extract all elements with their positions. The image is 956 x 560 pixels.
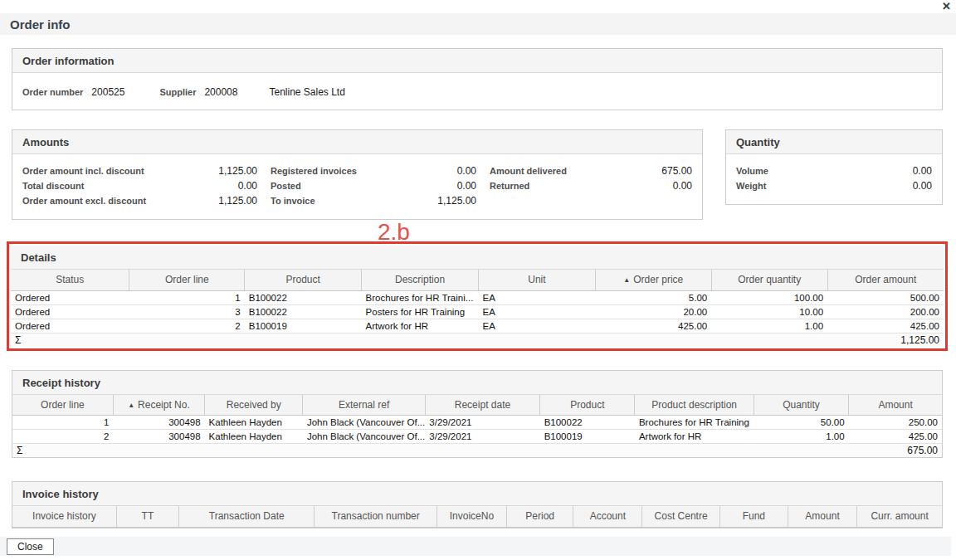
column-header-period[interactable]: Period bbox=[507, 506, 573, 527]
table-row[interactable]: 1300498Kathleen HaydenJohn Black (Vancou… bbox=[12, 416, 942, 430]
column-header-label: Order line bbox=[165, 274, 209, 285]
dialog-title: Order info bbox=[10, 17, 71, 32]
dialog-titlebar: Order info bbox=[0, 13, 956, 35]
field-label: Weight bbox=[736, 178, 766, 193]
table-cell: 425.00 bbox=[827, 319, 944, 333]
column-header-tt[interactable]: TT bbox=[116, 506, 178, 527]
table-cell: 3 bbox=[129, 304, 245, 319]
column-header-fund[interactable]: Fund bbox=[719, 506, 788, 527]
field-value: 1,125.00 bbox=[218, 193, 257, 208]
table-cell: John Black (Vancouver Of... bbox=[303, 416, 425, 430]
sum-total-value: 675.00 bbox=[849, 444, 942, 458]
table-cell: 425.00 bbox=[595, 319, 711, 333]
table-cell: B100022 bbox=[540, 416, 635, 430]
invoice-history-header: Invoice history bbox=[12, 482, 942, 506]
sum-row: Σ1,125.00 bbox=[11, 333, 944, 347]
column-header-quantity[interactable]: Quantity bbox=[754, 395, 848, 416]
column-header-label: Receipt No. bbox=[138, 399, 190, 411]
column-header-cost-centre[interactable]: Cost Centre bbox=[642, 506, 719, 527]
field-label: Registered invoices bbox=[271, 163, 357, 178]
order-number-label: Order number bbox=[22, 87, 83, 97]
supplier-name-value: Tenline Sales Ltd bbox=[269, 86, 344, 98]
field-value: 0.00 bbox=[913, 163, 932, 178]
column-header-order-amount[interactable]: Order amount bbox=[827, 270, 944, 290]
supplier-code-value: 200008 bbox=[204, 86, 237, 98]
table-cell: Ordered bbox=[11, 290, 129, 304]
field-label: Order amount excl. discount bbox=[22, 193, 146, 208]
table-cell: 300498 bbox=[113, 430, 204, 444]
column-header-label: Product bbox=[570, 399, 604, 411]
close-button[interactable]: Close bbox=[7, 538, 54, 555]
details-table: StatusOrder lineProductDescriptionUnit▲O… bbox=[11, 270, 944, 347]
column-header-invoice-history[interactable]: Invoice history bbox=[12, 506, 116, 527]
column-header-product[interactable]: Product bbox=[245, 270, 362, 290]
column-header-label: Receipt date bbox=[455, 399, 510, 411]
column-header-account[interactable]: Account bbox=[573, 506, 642, 527]
table-row[interactable]: 2300498Kathleen HaydenJohn Black (Vancou… bbox=[12, 430, 942, 444]
sum-symbol: Σ bbox=[12, 444, 113, 458]
column-header-received-by[interactable]: Received by bbox=[205, 395, 303, 416]
column-header-status[interactable]: Status bbox=[11, 270, 129, 290]
table-cell: 1.00 bbox=[754, 430, 848, 444]
column-header-description[interactable]: Description bbox=[362, 270, 479, 290]
column-header-unit[interactable]: Unit bbox=[478, 270, 595, 290]
field-label: Returned bbox=[490, 178, 529, 193]
column-header-amount[interactable]: Amount bbox=[788, 506, 856, 527]
receipt-history-header: Receipt history bbox=[12, 371, 942, 395]
field-value: 0.00 bbox=[238, 178, 257, 193]
sort-ascending-icon: ▲ bbox=[128, 402, 134, 409]
table-row[interactable]: Ordered2B100019Artwork for HREA425.001.0… bbox=[11, 319, 944, 333]
dialog-footer: Close bbox=[0, 537, 951, 556]
table-cell: Brochures for HR Training bbox=[635, 416, 754, 430]
amounts-panel: Amounts Order amount incl. discount1,125… bbox=[12, 129, 703, 220]
table-cell: 500.00 bbox=[827, 290, 944, 304]
column-header-label: TT bbox=[142, 510, 154, 522]
table-cell: 425.00 bbox=[849, 430, 942, 444]
table-cell: 1.00 bbox=[711, 319, 827, 333]
column-header-receipt-no-[interactable]: ▲Receipt No. bbox=[113, 395, 204, 416]
column-header-receipt-date[interactable]: Receipt date bbox=[425, 395, 539, 416]
column-header-label: Invoice history bbox=[32, 510, 96, 522]
column-header-label: Quantity bbox=[783, 399, 820, 411]
amounts-body: Order amount incl. discount1,125.00 Tota… bbox=[12, 154, 702, 219]
red-annotation-text: 2.b bbox=[378, 219, 410, 246]
column-header-label: Transaction number bbox=[332, 510, 420, 522]
details-panel: Details StatusOrder lineProductDescripti… bbox=[11, 246, 944, 347]
red-highlight-box: Details StatusOrder lineProductDescripti… bbox=[7, 241, 948, 351]
column-header-curr-amount[interactable]: Curr. amount bbox=[857, 506, 942, 527]
column-header-label: Amount bbox=[878, 399, 912, 411]
table-cell: B100019 bbox=[245, 319, 362, 333]
table-cell: 200.00 bbox=[827, 304, 944, 319]
table-row[interactable]: Ordered3B100022Posters for HR TrainingEA… bbox=[11, 304, 944, 319]
field-value: 0.00 bbox=[913, 178, 932, 193]
table-cell: B100022 bbox=[245, 290, 362, 304]
column-header-label: Amount bbox=[805, 510, 839, 522]
column-header-order-line[interactable]: Order line bbox=[129, 270, 245, 290]
column-header-label: Received by bbox=[227, 399, 281, 411]
column-header-order-price[interactable]: ▲Order price bbox=[595, 270, 711, 290]
column-header-product[interactable]: Product bbox=[540, 395, 635, 416]
table-cell: John Black (Vancouver Of... bbox=[303, 430, 425, 444]
column-header-invoiceno[interactable]: InvoiceNo bbox=[437, 506, 506, 527]
table-cell: Artwork for HR bbox=[635, 430, 754, 444]
sum-spacer bbox=[129, 333, 827, 347]
column-header-transaction-date[interactable]: Transaction Date bbox=[179, 506, 315, 527]
column-header-transaction-number[interactable]: Transaction number bbox=[315, 506, 437, 527]
column-header-amount[interactable]: Amount bbox=[849, 395, 942, 416]
field-value: 675.00 bbox=[661, 163, 692, 178]
table-cell: 300498 bbox=[113, 416, 204, 430]
sort-ascending-icon: ▲ bbox=[623, 276, 630, 284]
column-header-order-quantity[interactable]: Order quantity bbox=[711, 270, 827, 290]
close-icon[interactable]: ✕ bbox=[942, 0, 951, 13]
column-header-order-line[interactable]: Order line bbox=[12, 395, 113, 416]
receipt-history-panel: Receipt history Order line▲Receipt No.Re… bbox=[12, 370, 943, 459]
table-row[interactable]: Ordered1B100022Brochures for HR Traini..… bbox=[11, 290, 944, 304]
column-header-external-ref[interactable]: External ref bbox=[303, 395, 425, 416]
field-label: Total discount bbox=[22, 178, 84, 193]
column-header-product-description[interactable]: Product description bbox=[635, 395, 754, 416]
column-header-label: Order line bbox=[41, 399, 85, 411]
column-header-label: Order amount bbox=[855, 274, 916, 285]
table-cell: 3/29/2021 bbox=[425, 430, 539, 444]
field-value: 1,125.00 bbox=[437, 193, 476, 208]
column-header-label: Cost Centre bbox=[655, 510, 708, 522]
